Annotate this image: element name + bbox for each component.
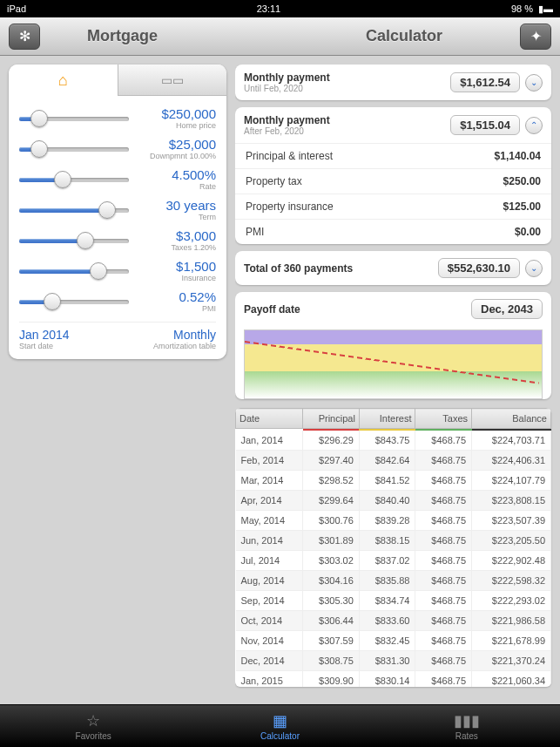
amortization-button[interactable]: Monthly Amortization table [153,328,216,350]
table-row: Jul, 2014$303.02$837.02$468.75$222,902.4… [236,550,551,570]
tab-calculator[interactable]: ▦Calculator [186,705,373,747]
table-row: Oct, 2014$306.44$833.60$468.75$221,986.5… [236,610,551,630]
payoff-date-value: Dec, 2043 [471,299,543,319]
clock: 23:11 [257,3,281,14]
monthly-payment-after-value: $1,515.04 [450,115,520,135]
battery-icon: ▮▬ [538,3,553,15]
slider-4[interactable] [19,232,129,249]
home-icon: ⌂ [58,71,68,90]
nav-bar: ✻ Mortgage Calculator ✦ [0,17,560,56]
table-row: Dec, 2014$308.75$831.30$468.75$221,370.2… [236,650,551,670]
table-row: Sep, 2014$305.30$834.74$468.75$222,293.0… [236,590,551,610]
detail-row: Property tax$250.00 [235,168,551,194]
slider-value-0: $250,000Home price [129,106,216,130]
slider-value-2: 4.500%Rate [129,167,216,191]
monthly-payment-until-value: $1,612.54 [450,72,520,92]
total-payments-value: $552,630.10 [438,258,520,278]
slider-0[interactable] [19,110,129,127]
slider-value-5: $1,500Insurance [129,259,216,282]
device-label: iPad [7,3,26,14]
table-row: Mar, 2014$298.52$841.52$468.75$224,107.7… [236,470,551,490]
inputs-card: ⌂ ▭▭ $250,000Home price $25,000Downpmnt … [9,65,226,359]
detail-row: Property insurance$125.00 [235,194,551,219]
slider-value-6: 0.52%PMI [129,289,216,313]
slider-6[interactable] [19,293,129,310]
slider-thumb[interactable] [30,140,48,158]
tab-home[interactable]: ⌂ [9,65,118,96]
collapse-button[interactable]: ⌃ [525,117,543,134]
amortization-table: DatePrincipalInterestTaxesBalance Jan, 2… [235,408,551,687]
slider-5[interactable] [19,262,129,280]
chevron-up-icon: ⌃ [530,120,537,130]
slider-thumb[interactable] [54,171,71,188]
slider-thumb[interactable] [77,232,94,249]
table-row: Jan, 2014$296.29$843.75$468.75$224,703.7… [236,431,551,451]
nav-title-right: Calculator [366,27,442,45]
tab-bar: ☆Favorites ▦Calculator ▮▮▮Rates [0,704,560,747]
slider-thumb[interactable] [44,293,61,310]
payoff-section: Payoff date Dec, 2043 [235,292,551,399]
slider-value-4: $3,000Taxes 1.20% [129,228,216,252]
col-header[interactable]: Balance [472,409,551,429]
cards-icon: ▭▭ [161,73,184,87]
detail-row: PMI$0.00 [235,219,551,244]
table-row: Aug, 2014$304.16$835.88$468.75$222,598.3… [236,570,551,590]
slider-2[interactable] [19,171,129,188]
status-bar: iPad 23:11 98 % ▮▬ [0,0,560,17]
expand-button-2[interactable]: ⌄ [525,260,543,277]
total-payments: Total of 360 payments $552,630.10 ⌄ [235,251,551,285]
star-plus-icon: ✦ [530,28,542,44]
col-header[interactable]: Taxes [415,409,472,429]
table-row: May, 2014$300.76$839.28$468.75$223,507.3… [236,510,551,530]
col-header[interactable]: Principal [303,409,360,429]
slider-1[interactable] [19,140,129,158]
slider-thumb[interactable] [30,110,48,127]
chevron-down-icon: ⌄ [530,263,537,273]
bars-icon: ▮▮▮ [454,711,480,730]
star-icon: ☆ [86,711,100,730]
gear-icon: ✻ [19,28,30,44]
slider-thumb[interactable] [90,262,107,280]
nav-title-left: Mortgage [87,27,158,45]
slider-value-3: 30 yearsTerm [129,198,216,221]
payoff-chart[interactable] [244,329,543,399]
table-row: Jun, 2014$301.89$838.15$468.75$223,205.5… [236,530,551,550]
slider-thumb[interactable] [98,201,116,219]
calculator-icon: ▦ [273,711,287,730]
col-header[interactable]: Interest [359,409,415,429]
slider-value-1: $25,000Downpmnt 10.00% [129,137,216,160]
tab-rates[interactable]: ▮▮▮Rates [374,705,560,747]
chevron-down-icon: ⌄ [530,78,537,87]
col-header[interactable]: Date [236,409,303,429]
slider-3[interactable] [19,201,129,219]
table-row: Feb, 2014$297.40$842.64$468.75$224,406.3… [236,450,551,470]
expand-button-1[interactable]: ⌄ [525,74,543,92]
table-row: Apr, 2014$299.64$840.40$468.75$223,808.1… [236,490,551,510]
monthly-payment-after: Monthly payment After Feb, 2020 $1,515.0… [235,107,551,244]
table-row: Nov, 2014$307.59$832.45$468.75$221,678.9… [236,630,551,650]
add-favorite-button[interactable]: ✦ [520,24,551,50]
settings-button[interactable]: ✻ [9,24,40,50]
battery-pct: 98 % [511,3,533,14]
tab-favorites[interactable]: ☆Favorites [0,705,186,747]
start-date-button[interactable]: Jan 2014 Start date [19,328,70,350]
table-row: Jan, 2015$309.90$830.14$468.75$221,060.3… [236,670,551,687]
monthly-payment-until: Monthly payment Until Feb, 2020 $1,612.5… [235,65,551,100]
detail-row: Principal & interest$1,140.04 [235,143,551,168]
tab-table[interactable]: ▭▭ [118,65,227,96]
